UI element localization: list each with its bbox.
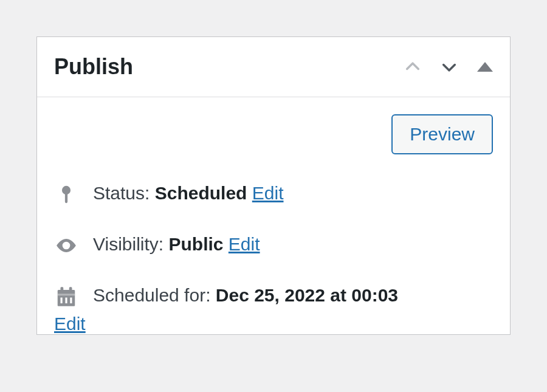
- svg-point-2: [64, 244, 68, 247]
- move-down-icon[interactable]: [441, 58, 458, 75]
- publish-panel: Publish Preview Status: Scheduled: [36, 36, 511, 335]
- preview-row: Preview: [54, 114, 493, 154]
- scheduled-text: Scheduled for: Dec 25, 2022 at 00:03: [93, 283, 493, 308]
- svg-rect-5: [69, 287, 72, 292]
- move-up-icon[interactable]: [404, 58, 421, 75]
- eye-icon: [54, 233, 78, 258]
- collapse-panel-icon[interactable]: [477, 62, 493, 72]
- visibility-value: Public: [169, 234, 224, 254]
- edit-visibility-link[interactable]: Edit: [229, 234, 260, 254]
- panel-header-controls: [404, 58, 493, 75]
- scheduled-value: Dec 25, 2022 at 00:03: [216, 285, 398, 305]
- visibility-row: Visibility: Public Edit: [54, 232, 493, 258]
- svg-rect-4: [61, 287, 64, 292]
- publish-panel-header: Publish: [37, 37, 510, 97]
- publish-panel-body: Preview Status: Scheduled Edit Visibilit…: [37, 97, 510, 334]
- scheduled-row: Scheduled for: Dec 25, 2022 at 00:03: [54, 283, 493, 309]
- edit-status-link[interactable]: Edit: [252, 183, 284, 203]
- preview-button[interactable]: Preview: [391, 114, 493, 154]
- edit-scheduled-link[interactable]: Edit: [54, 314, 493, 334]
- panel-title: Publish: [54, 54, 133, 80]
- status-row: Status: Scheduled Edit: [54, 181, 493, 207]
- status-text: Status: Scheduled Edit: [93, 181, 493, 206]
- svg-rect-7: [61, 298, 63, 304]
- status-value: Scheduled: [155, 183, 247, 203]
- svg-rect-6: [58, 294, 75, 295]
- visibility-label: Visibility:: [93, 234, 163, 254]
- svg-rect-8: [65, 298, 67, 304]
- scheduled-label: Scheduled for:: [93, 285, 210, 305]
- key-icon: [54, 182, 78, 207]
- visibility-text: Visibility: Public Edit: [93, 232, 493, 257]
- status-label: Status:: [93, 183, 150, 203]
- svg-rect-1: [65, 193, 67, 203]
- calendar-icon: [54, 284, 78, 309]
- svg-rect-9: [70, 298, 72, 304]
